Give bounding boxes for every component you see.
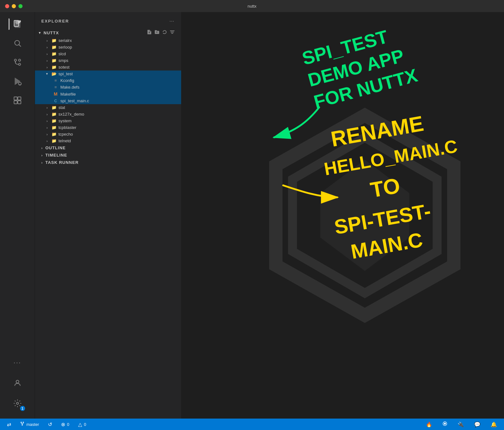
- branch-name: master: [26, 422, 39, 427]
- warning-icon: △: [78, 421, 82, 427]
- folder-arrow-icon: ›: [44, 106, 50, 110]
- folder-icon: 📁: [51, 58, 57, 63]
- task-runner-section-label: TASK RUNNER: [45, 160, 79, 165]
- task-runner-arrow-icon: ›: [41, 161, 43, 165]
- errors-status-item[interactable]: ⊗ 0: [59, 421, 71, 428]
- folder-icon: 📁: [51, 65, 57, 70]
- svg-line-5: [19, 45, 21, 47]
- activity-bar-bottom: ··· 1: [9, 354, 26, 419]
- tree-item-sotest[interactable]: › 📁 sotest: [35, 64, 181, 71]
- bell-status-item[interactable]: 🔔: [489, 421, 499, 428]
- refresh-icon[interactable]: [162, 30, 167, 36]
- tree-item-slcd[interactable]: › 📁 slcd: [35, 50, 181, 57]
- sidebar-title: EXPLORER: [41, 19, 69, 24]
- close-button[interactable]: [5, 4, 9, 8]
- collapse-all-icon[interactable]: [170, 30, 175, 36]
- tree-item-label: smps: [58, 58, 68, 63]
- svg-rect-13: [14, 97, 17, 100]
- svg-rect-1: [16, 22, 18, 23]
- tree-item-system[interactable]: › 📁 system: [35, 118, 181, 124]
- sidebar-header: EXPLORER ···: [35, 12, 181, 28]
- tree-item-label: Make.defs: [60, 85, 79, 90]
- minimize-button[interactable]: [12, 4, 16, 8]
- more-activity-icon[interactable]: ···: [9, 354, 26, 372]
- outline-arrow-icon: ›: [41, 146, 43, 150]
- remote-status-icon: ⇄: [7, 421, 11, 427]
- tree-item-label: serloop: [58, 45, 72, 50]
- search-activity-icon[interactable]: [9, 34, 26, 52]
- svg-rect-2: [16, 24, 18, 24]
- tree-item-label: slcd: [58, 51, 66, 56]
- sync-status-item[interactable]: ↺: [46, 421, 54, 428]
- folder-arrow-icon: ›: [44, 119, 50, 123]
- tree-item-makefile[interactable]: M Makefile: [35, 91, 181, 97]
- svg-rect-16: [18, 101, 21, 104]
- feedback-status-item[interactable]: 💬: [472, 421, 482, 428]
- svg-point-6: [14, 59, 17, 61]
- timeline-section-label: TIMELINE: [45, 153, 67, 158]
- account-activity-icon[interactable]: [9, 374, 26, 392]
- copilot-status-item[interactable]: [440, 420, 449, 428]
- warnings-status-item[interactable]: △ 0: [76, 421, 88, 428]
- settings-activity-icon[interactable]: 1: [9, 394, 26, 412]
- tree-item-kconfig[interactable]: ≡ Kconfig: [35, 77, 181, 84]
- sidebar: EXPLORER ··· ▾ NUTTX: [35, 12, 181, 419]
- error-icon: ⊗: [61, 421, 65, 427]
- source-control-activity-icon[interactable]: [9, 53, 26, 71]
- tree-item-tcpecho[interactable]: › 📁 tcpecho: [35, 131, 181, 138]
- tree-item-label: Kconfig: [60, 78, 74, 83]
- folder-icon: 📁: [51, 51, 57, 56]
- timeline-arrow-icon: ›: [41, 153, 43, 157]
- folder-icon: 📁: [51, 45, 57, 50]
- tree-item-stat[interactable]: › 📁 stat: [35, 104, 181, 111]
- makefile-icon: M: [53, 91, 58, 97]
- tree-item-telnetd[interactable]: › 📁 telnetd: [35, 138, 181, 144]
- folder-icon: 📁: [51, 112, 57, 117]
- folder-arrow-icon: ›: [44, 139, 50, 143]
- folder-arrow-icon: ›: [44, 132, 50, 136]
- svg-point-8: [18, 59, 21, 61]
- main-layout: ··· 1 EXPLORER ···: [0, 12, 504, 419]
- remote-status-item[interactable]: ⇄: [5, 421, 13, 428]
- folder-icon: 📁: [51, 105, 57, 110]
- tree-root-header[interactable]: ▾ NUTTX: [35, 28, 181, 37]
- svg-point-7: [18, 63, 21, 65]
- svg-rect-3: [19, 20, 21, 22]
- sidebar-more-button[interactable]: ···: [169, 17, 175, 25]
- new-file-icon[interactable]: [147, 30, 152, 36]
- plugin-status-item[interactable]: 🔌: [456, 421, 466, 428]
- status-bar-right: 🔥 🔌 💬 🔔: [424, 420, 499, 428]
- titlebar: nuttx: [0, 0, 504, 12]
- bell-icon: 🔔: [491, 421, 497, 427]
- sidebar-actions: ···: [169, 17, 175, 25]
- task-runner-section-header[interactable]: › TASK RUNNER: [35, 159, 181, 166]
- outline-section-header[interactable]: › OUTLINE: [35, 144, 181, 151]
- fire-status-item[interactable]: 🔥: [424, 421, 434, 428]
- outline-section-label: OUTLINE: [45, 145, 66, 150]
- svg-rect-14: [18, 97, 21, 100]
- run-debug-activity-icon[interactable]: [9, 72, 26, 90]
- tree-item-tcpblaster[interactable]: › 📁 tcpblaster: [35, 124, 181, 131]
- explorer-activity-icon[interactable]: [9, 15, 26, 33]
- tree-item-makedefs[interactable]: ≡ Make.defs: [35, 84, 181, 91]
- maximize-button[interactable]: [18, 4, 23, 8]
- tree-item-serloop[interactable]: › 📁 serloop: [35, 44, 181, 50]
- tree-item-spi-test[interactable]: ▾ 📂 spi_test: [35, 71, 181, 77]
- tree-item-smps[interactable]: › 📁 smps: [35, 57, 181, 64]
- folder-arrow-icon: ›: [44, 39, 50, 43]
- extensions-activity-icon[interactable]: [9, 91, 26, 109]
- timeline-section-header[interactable]: › TIMELINE: [35, 151, 181, 159]
- svg-text:DEMO APP: DEMO APP: [306, 45, 406, 91]
- tree-item-spi-test-main[interactable]: C spi_test_main.c: [35, 97, 181, 104]
- folder-icon: 📁: [51, 138, 57, 143]
- branch-status-item[interactable]: master: [18, 421, 41, 428]
- tree-item-label: Makefile: [60, 92, 76, 97]
- tree-item-label: spi_test: [58, 71, 73, 76]
- new-folder-icon[interactable]: [154, 30, 160, 36]
- tree-item-serialrx[interactable]: › 📁 serialrx: [35, 37, 181, 44]
- tree-item-sx127x-demo[interactable]: › 📁 sx127x_demo: [35, 111, 181, 118]
- tree-item-label: tcpblaster: [58, 125, 76, 130]
- tree-item-label: spi_test_main.c: [60, 98, 89, 103]
- svg-marker-10: [15, 78, 20, 84]
- makedefs-icon: ≡: [53, 85, 58, 90]
